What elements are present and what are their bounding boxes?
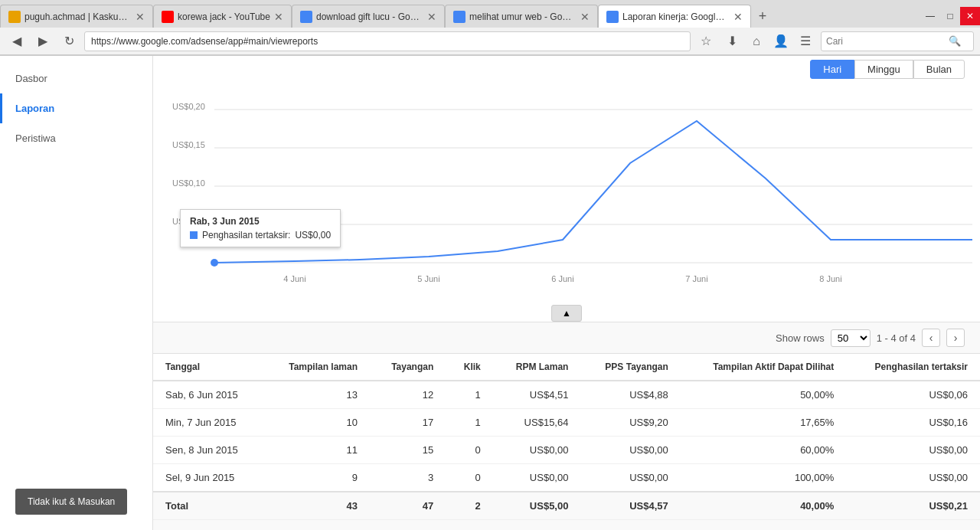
cell-pps: US$0,00 (580, 437, 680, 464)
col-tampilan: Tampilan laman (263, 354, 370, 381)
time-btn-bulan[interactable]: Bulan (913, 60, 965, 79)
window-controls: — □ ✕ (920, 5, 980, 28)
bookmark-button[interactable]: ☆ (695, 31, 717, 52)
search-box[interactable]: 🔍 (821, 31, 974, 51)
menu-button[interactable]: ☰ (795, 31, 816, 52)
rows-per-page-select[interactable]: 50 25 100 (831, 329, 871, 347)
tab-4[interactable]: melihat umur web - Googl... ✕ (445, 5, 598, 28)
time-btn-minggu[interactable]: Minggu (854, 60, 913, 79)
cell-penghasilan: US$0,06 (846, 381, 980, 409)
tab-5[interactable]: Laporan kinerja: Google Ad... ✕ (598, 5, 751, 28)
table-row: Sab, 6 Jun 2015 13 12 1 US$4,51 US$4,88 … (153, 381, 980, 409)
cell-aktif: 60,00% (681, 437, 846, 464)
chart-dot (211, 259, 218, 267)
col-tayangan: Tayangan (370, 354, 446, 381)
cell-aktif: 50,00% (681, 381, 846, 409)
col-pps: PPS Tayangan (580, 354, 680, 381)
address-bar-row: ◀ ▶ ↻ ☆ ⬇ ⌂ 👤 ☰ 🔍 (0, 28, 980, 55)
tab-favicon-4 (453, 11, 466, 23)
chart-collapse-area: ▲ (168, 305, 965, 322)
cell-tanggal: Min, 7 Jun 2015 (153, 409, 263, 437)
sidebar-item-peristiwa[interactable]: Peristiwa (0, 123, 152, 153)
tab-bar: puguh.achmad | Kaskus - ... ✕ korewa jac… (0, 0, 980, 28)
cell-tampilan: 13 (263, 381, 370, 409)
x-label-6juni: 6 Juni (551, 274, 573, 283)
total-penghasilan: US$0,21 (846, 492, 980, 520)
new-tab-button[interactable]: + (751, 5, 774, 28)
tab-close-5[interactable]: ✕ (733, 11, 743, 23)
avg-penghasilan: US$0,05 (846, 520, 980, 531)
search-icon: 🔍 (949, 35, 961, 47)
tab-close-2[interactable]: ✕ (274, 11, 283, 23)
content-area: Hari Minggu Bulan Rab, 3 Jun 2015 Pengha… (153, 56, 980, 530)
avg-pps: — (580, 520, 680, 531)
cell-tayangan: 15 (370, 437, 446, 464)
data-table: Tanggal Tampilan laman Tayangan Klik RPM… (153, 354, 980, 530)
cell-klik: 1 (446, 409, 493, 437)
tab-close-4[interactable]: ✕ (580, 11, 590, 23)
total-tampilan: 43 (263, 492, 370, 520)
download-button[interactable]: ⬇ (721, 31, 743, 52)
total-tayangan: 47 (370, 492, 446, 520)
maximize-button[interactable]: □ (940, 7, 960, 25)
avg-rpm: — (493, 520, 581, 531)
show-rows-label: Show rows (776, 332, 825, 344)
main-layout: Dasbor Laporan Peristiwa Hari Minggu Bul… (0, 56, 980, 530)
forward-button[interactable]: ▶ (32, 31, 54, 52)
cell-rpm: US$0,00 (493, 437, 581, 464)
col-penghasilan: Penghasilan tertaksir (846, 354, 980, 381)
sidebar: Dasbor Laporan Peristiwa (0, 56, 153, 530)
sidebar-item-dasbor[interactable]: Dasbor (0, 64, 152, 93)
user-button[interactable]: 👤 (770, 31, 792, 52)
tab-favicon-5 (606, 11, 619, 23)
tab-3[interactable]: download gift lucu - Googl... ✕ (292, 5, 445, 28)
sidebar-item-laporan[interactable]: Laporan (0, 93, 152, 123)
y-label-010: US$0,10 (172, 178, 205, 188)
cell-tayangan: 17 (370, 409, 446, 437)
tab-2[interactable]: korewa jack - YouTube ✕ (153, 5, 292, 28)
sidebar-item-dasbor-label: Dasbor (15, 73, 47, 84)
opt-out-button[interactable]: Tidak ikut & Masukan (15, 489, 127, 515)
tab-close-3[interactable]: ✕ (427, 11, 436, 23)
cell-penghasilan: US$0,00 (846, 437, 980, 464)
chart-line (214, 121, 972, 263)
next-page-button[interactable]: › (946, 329, 965, 347)
cell-klik: 1 (446, 381, 493, 409)
total-label: Total (153, 492, 263, 520)
cell-pps: US$0,00 (580, 464, 680, 492)
table-row: Sel, 9 Jun 2015 9 3 0 US$0,00 US$0,00 10… (153, 464, 980, 492)
tab-favicon-2 (162, 11, 174, 23)
search-input[interactable] (826, 36, 949, 47)
cell-tanggal: Sen, 8 Jun 2015 (153, 437, 263, 464)
x-label-4juni: 4 Juni (283, 274, 305, 283)
cell-tampilan: 10 (263, 409, 370, 437)
tab-title-4: melihat umur web - Googl... (469, 11, 577, 22)
address-input[interactable] (84, 31, 691, 51)
home-button[interactable]: ⌂ (746, 31, 767, 52)
prev-page-button[interactable]: ‹ (922, 329, 940, 347)
y-label-020: US$0,20 (172, 102, 205, 111)
col-tanggal: Tanggal (153, 354, 263, 381)
sidebar-item-laporan-label: Laporan (15, 103, 54, 114)
total-row: Total 43 47 2 US$5,00 US$4,57 40,00% US$… (153, 492, 980, 520)
table-row: Sen, 8 Jun 2015 11 15 0 US$0,00 US$0,00 … (153, 437, 980, 464)
tab-title-5: Laporan kinerja: Google Ad... (622, 11, 730, 22)
back-button[interactable]: ◀ (6, 31, 28, 52)
tab-title-1: puguh.achmad | Kaskus - ... (24, 11, 132, 22)
avg-row: Rata-rata 10 11 0 — — — US$0,05 (153, 520, 980, 531)
tab-close-1[interactable]: ✕ (136, 11, 145, 23)
close-button[interactable]: ✕ (960, 7, 980, 25)
time-btn-hari[interactable]: Hari (810, 60, 854, 79)
collapse-chart-button[interactable]: ▲ (551, 305, 582, 322)
table-row: Min, 7 Jun 2015 10 17 1 US$15,64 US$9,20… (153, 409, 980, 437)
total-klik: 2 (446, 492, 493, 520)
cell-rpm: US$15,64 (493, 409, 581, 437)
tab-1[interactable]: puguh.achmad | Kaskus - ... ✕ (0, 5, 153, 28)
minimize-button[interactable]: — (920, 7, 940, 25)
cell-penghasilan: US$0,16 (846, 409, 980, 437)
cell-tanggal: Sab, 6 Jun 2015 (153, 381, 263, 409)
avg-label: Rata-rata (153, 520, 263, 531)
refresh-button[interactable]: ↻ (58, 31, 80, 52)
tab-favicon-1 (8, 11, 21, 23)
y-label-015: US$0,15 (172, 140, 205, 149)
